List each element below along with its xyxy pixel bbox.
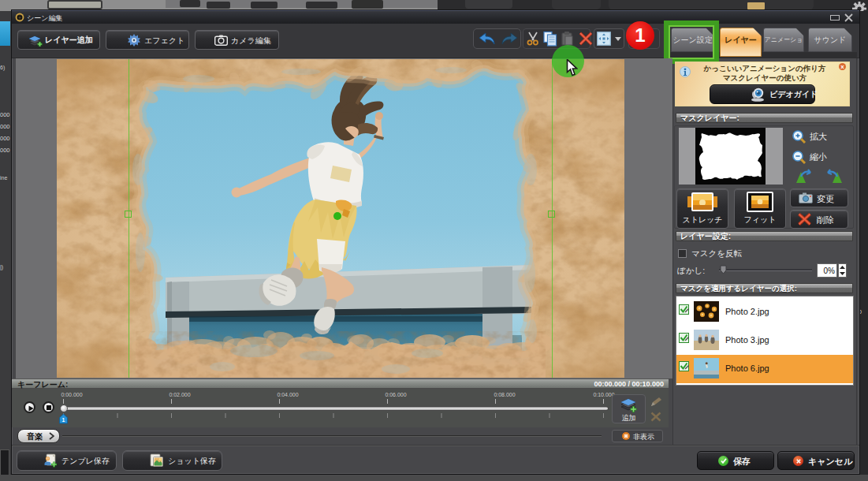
svg-text:1: 1 xyxy=(62,417,65,423)
